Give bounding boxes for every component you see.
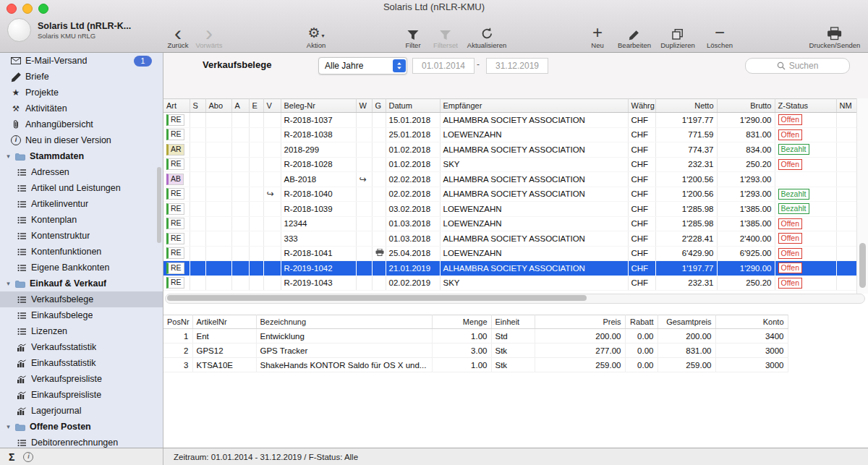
sidebar-item-stammdaten[interactable]: ▾Stammdaten [0,148,163,164]
column-header-menge[interactable]: Menge [432,315,491,329]
column-header-e[interactable]: E [249,99,263,113]
refresh-button[interactable]: Aktualisieren [467,22,506,49]
column-header-preis[interactable]: Preis [535,315,625,329]
column-header-v[interactable]: V [263,99,281,113]
sidebar-item-projekte[interactable]: ★Projekte [0,85,163,101]
sidebar-item-kontenstruktur[interactable]: Kontenstruktur [0,228,163,244]
table-row[interactable]: ABAB-2018↪02.02.2018ALHAMBRA SOCIETY ASS… [163,172,858,187]
column-header-bezeichnung[interactable]: Bezeichnung [256,315,432,329]
disclosure-triangle-icon[interactable]: ▾ [4,423,13,430]
filterset-button[interactable]: Filterset [433,22,458,49]
column-header-w[interactable]: W [356,99,372,113]
year-select[interactable]: Alle Jahre [318,57,407,74]
position-row[interactable]: 2GPS12GPS Tracker3.00Stk277.000.00831.00… [163,344,788,358]
sidebar-item-verkaufspreisliste[interactable]: Verkaufspreisliste [0,371,163,387]
column-header-rabatt[interactable]: Rabatt [625,315,658,329]
sidebar-item-einkaufspreisliste[interactable]: Einkaufspreisliste [0,387,163,403]
column-header-art[interactable]: Art [163,99,190,113]
table-row[interactable]: RER-2019-104221.01.2019ALHAMBRA SOCIETY … [163,261,858,276]
disclosure-triangle-icon[interactable]: ▾ [4,153,13,160]
sidebar-item-anhang-bersicht[interactable]: Anhangübersicht [0,116,163,132]
horizontal-scrollbar-thumb[interactable] [167,295,587,301]
column-header-w-hrg[interactable]: Währg [628,99,655,113]
column-header-nm[interactable]: NM [836,99,858,113]
sidebar-item-eigene-bankkonten[interactable]: Eigene Bankkonten [0,260,163,276]
sidebar-item-einkaufsbelege[interactable]: Einkaufsbelege [0,307,163,323]
position-row[interactable]: 1EntEntwicklung1.00Std200.000.00200.0034… [163,329,788,344]
sidebar-item-neu-in-dieser-version[interactable]: iNeu in dieser Version [0,132,163,148]
position-row[interactable]: 3KTSA10EShakeHands KONTOR Saldo für OS X… [163,358,788,372]
close-button[interactable] [7,4,17,14]
cell-empfaenger: LOEWENZAHN [440,127,628,142]
table-row[interactable]: RER-2018-103903.02.2018LOEWENZAHNCHF1'28… [163,202,858,217]
sidebar-item-artikelinventur[interactable]: Artikelinventur [0,196,163,212]
vertical-scrollbar-thumb[interactable] [859,243,866,288]
print-button[interactable]: Drucken/Senden [809,22,861,49]
column-header-z-status[interactable]: Z-Status [775,99,836,113]
zoom-button[interactable] [38,4,48,14]
table-row[interactable]: AR2018-29901.02.2018ALHAMBRA SOCIETY ASS… [163,142,858,158]
back-button[interactable]: ‹Zurück [167,22,188,49]
sum-icon[interactable]: Σ [9,451,14,463]
minimize-button[interactable] [22,4,33,14]
table-row[interactable]: RE33301.03.2018ALHAMBRA SOCIETY ASSOCIAT… [163,231,858,247]
column-header-a[interactable]: A [231,99,249,113]
sidebar-item-lagerjournal[interactable]: Lagerjournal [0,403,163,419]
column-header-konto[interactable]: Konto [715,315,788,329]
horizontal-scrollbar[interactable] [165,294,865,304]
sidebar-item-label: Projekte [25,88,59,98]
duplicate-button[interactable]: Duplizieren [660,22,695,49]
cell-datum: 25.01.2018 [386,127,440,142]
company-switcher[interactable]: Solaris Ltd (nRLR-K... Solaris KMU nRLG [7,18,131,42]
column-header-empf-nger[interactable]: Empfänger [440,99,628,113]
sidebar-item-briefe[interactable]: Briefe [0,69,163,85]
sidebar-scrollbar-thumb[interactable] [157,167,161,243]
sidebar-item-verkaufsbelege[interactable]: Verkaufsbelege [0,291,163,307]
table-row[interactable]: RER-2018-103825.01.2018LOEWENZAHNCHF771.… [163,127,858,142]
table-row[interactable]: RER-2018-104125.04.2018LOEWENZAHNCHF6'42… [163,246,858,261]
table-row[interactable]: RER-2018-102801.02.2018SKYCHF232.31250.2… [163,157,858,172]
sidebar-item-e-mail-versand[interactable]: E-Mail-Versand1 [0,53,163,69]
sidebar-item-lizenzen[interactable]: Lizenzen [0,323,163,339]
cell-w [356,261,372,276]
vertical-scrollbar[interactable] [856,98,868,294]
new-button[interactable]: +Neu [591,22,603,49]
table-row[interactable]: RER-2018-103715.01.2018ALHAMBRA SOCIETY … [163,113,858,128]
sidebar-item-verkaufsstatistik[interactable]: Verkaufsstatistik [0,339,163,355]
sidebar-item-debitorenrechnungen[interactable]: Debitorenrechnungen [0,435,163,448]
sidebar-item-kontenplan[interactable]: Kontenplan [0,212,163,228]
list-icon [14,296,29,304]
forward-button[interactable]: ›Vorwärts [196,22,223,49]
column-header-datum[interactable]: Datum [386,99,440,113]
sidebar-item-offene-posten[interactable]: ▾Offene Posten [0,419,163,435]
sidebar-item-adressen[interactable]: Adressen [0,164,163,180]
column-header-netto[interactable]: Netto [655,99,717,113]
column-header-beleg-nr[interactable]: Beleg-Nr [281,99,356,113]
sidebar-item-artikel-und-leistungen[interactable]: Artikel und Leistungen [0,180,163,196]
column-header-s[interactable]: S [190,99,205,113]
disclosure-triangle-icon[interactable]: ▾ [4,280,13,287]
sidebar-item-einkaufsstatistik[interactable]: Einkaufsstatistik [0,355,163,371]
filter-button[interactable]: Filter [405,22,420,49]
column-header-abo[interactable]: Abo [205,99,231,113]
date-from-field[interactable]: 01.01.2014 [412,58,475,74]
edit-button[interactable]: Bearbeiten [618,22,651,49]
delete-button[interactable]: −Löschen [707,22,733,49]
column-header-brutto[interactable]: Brutto [717,99,775,113]
column-header-gesamtpreis[interactable]: Gesamtpreis [658,315,715,329]
info-icon[interactable]: i [23,451,33,462]
table-row[interactable]: RE1234401.03.2018LOEWENZAHNCHF1'285.981'… [163,216,858,231]
table-row[interactable]: RER-2019-104302.02.2019SKYCHF232.31250.2… [163,276,858,291]
column-header-posnr[interactable]: PosNr [163,315,192,329]
action-button[interactable]: ⚙▾Aktion [307,22,326,49]
sidebar-item-aktivit-ten[interactable]: ⚒Aktivitäten [0,101,163,116]
date-to-field[interactable]: 31.12.2019 [486,58,548,74]
sidebar-item-kontenfunktionen[interactable]: Kontenfunktionen [0,244,163,260]
search-input[interactable]: Suchen [745,58,850,74]
table-row[interactable]: RE↪R-2018-104002.02.2018ALHAMBRA SOCIETY… [163,187,858,202]
sidebar-item-einkauf-verkauf[interactable]: ▾Einkauf & Verkauf [0,276,163,291]
column-header-artikelnr[interactable]: ArtikelNr [192,315,256,329]
doc-type-badge: RE [166,247,184,259]
column-header-einheit[interactable]: Einheit [491,315,535,329]
column-header-g[interactable]: G [372,99,386,113]
